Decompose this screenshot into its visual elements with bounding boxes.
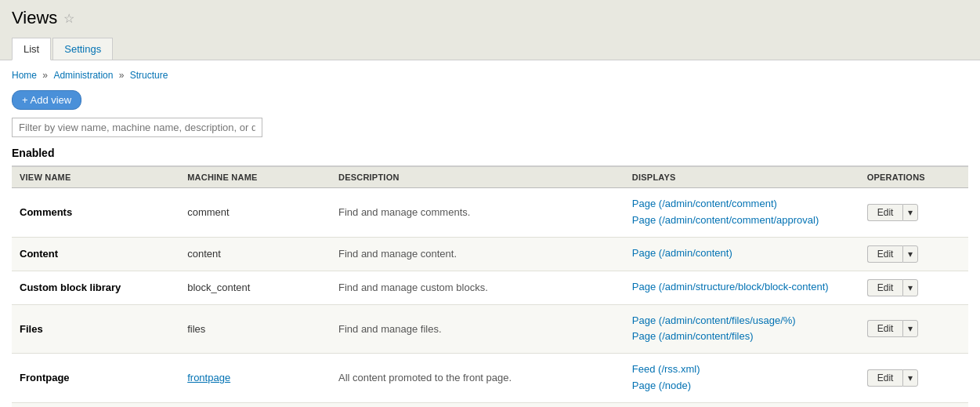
display-link[interactable]: Feed (/rss.xml) xyxy=(632,362,852,378)
table-row: NewsnewsPage (/news)Edit▾ xyxy=(12,402,968,407)
view-name: Custom block library xyxy=(20,282,121,293)
display-link[interactable]: Page (/admin/structure/block/block-conte… xyxy=(632,279,852,296)
filter-input[interactable] xyxy=(12,118,262,137)
col-header-machinename: MACHINE NAME xyxy=(179,166,331,188)
view-description: Find and manage comments. xyxy=(331,188,624,238)
breadcrumb-structure[interactable]: Structure xyxy=(130,70,168,81)
machine-name: block_content xyxy=(187,282,250,293)
breadcrumb-sep-2: » xyxy=(119,70,127,81)
table-row: Custom block libraryblock_contentFind an… xyxy=(12,271,968,304)
views-table: VIEW NAME MACHINE NAME DESCRIPTION DISPL… xyxy=(12,165,968,407)
view-description: All content promoted to the front page. xyxy=(331,354,624,403)
edit-button[interactable]: Edit xyxy=(867,245,903,263)
view-description xyxy=(331,402,624,407)
col-header-description: DESCRIPTION xyxy=(331,166,624,188)
view-description: Find and manage files. xyxy=(331,304,624,354)
display-link[interactable]: Page (/admin/content) xyxy=(632,245,852,262)
display-link[interactable]: Page (/admin/content/comment/approval) xyxy=(632,213,852,229)
operations-dropdown-button[interactable]: ▾ xyxy=(902,204,918,221)
col-header-displays: DISPLAYS xyxy=(624,166,859,188)
breadcrumb-home[interactable]: Home xyxy=(12,70,37,81)
table-header-row: VIEW NAME MACHINE NAME DESCRIPTION DISPL… xyxy=(12,166,968,188)
machine-name: content xyxy=(187,248,221,260)
view-name: Content xyxy=(20,248,58,260)
view-description: Find and manage custom blocks. xyxy=(331,271,624,304)
view-name: Files xyxy=(20,323,43,335)
view-description: Find and manage content. xyxy=(331,237,624,271)
edit-button[interactable]: Edit xyxy=(867,279,903,296)
col-header-operations: OPERATIONS xyxy=(859,166,968,188)
operations-dropdown-button[interactable]: ▾ xyxy=(902,279,918,296)
tabs: List Settings xyxy=(12,38,968,60)
operations-dropdown-button[interactable]: ▾ xyxy=(902,320,918,337)
display-link[interactable]: Page (/node) xyxy=(632,378,852,394)
content-area: Home » Administration » Structure + Add … xyxy=(0,60,980,407)
star-icon[interactable]: ☆ xyxy=(63,11,74,26)
operations-dropdown-button[interactable]: ▾ xyxy=(902,245,918,263)
page-header: Views ☆ List Settings xyxy=(0,0,980,60)
table-row: FrontpagefrontpageAll content promoted t… xyxy=(12,354,968,403)
view-name: Frontpage xyxy=(20,372,70,383)
display-link[interactable]: Page (/admin/content/files/usage/%) xyxy=(632,313,852,329)
breadcrumb-sep-1: » xyxy=(42,70,50,81)
edit-button[interactable]: Edit xyxy=(867,204,903,221)
add-view-button[interactable]: + Add view xyxy=(12,90,81,110)
display-link[interactable]: Page (/admin/content/files) xyxy=(632,329,852,345)
section-title: Enabled xyxy=(12,147,968,159)
tab-settings[interactable]: Settings xyxy=(52,38,113,60)
table-row: FilesfilesFind and manage files.Page (/a… xyxy=(12,304,968,354)
page-title: Views xyxy=(12,8,57,28)
machine-name: files xyxy=(187,323,205,335)
table-row: ContentcontentFind and manage content.Pa… xyxy=(12,237,968,271)
operations-dropdown-button[interactable]: ▾ xyxy=(902,369,918,387)
machine-name-link[interactable]: frontpage xyxy=(187,372,230,383)
breadcrumb: Home » Administration » Structure xyxy=(12,70,968,81)
edit-button[interactable]: Edit xyxy=(867,320,903,337)
tab-list[interactable]: List xyxy=(12,38,51,60)
breadcrumb-administration[interactable]: Administration xyxy=(53,70,113,81)
display-link[interactable]: Page (/admin/content/comment) xyxy=(632,196,852,213)
edit-button[interactable]: Edit xyxy=(867,369,903,387)
table-row: CommentscommentFind and manage comments.… xyxy=(12,188,968,238)
machine-name: comment xyxy=(187,206,229,218)
col-header-viewname: VIEW NAME xyxy=(12,166,179,188)
view-name: Comments xyxy=(20,206,72,218)
